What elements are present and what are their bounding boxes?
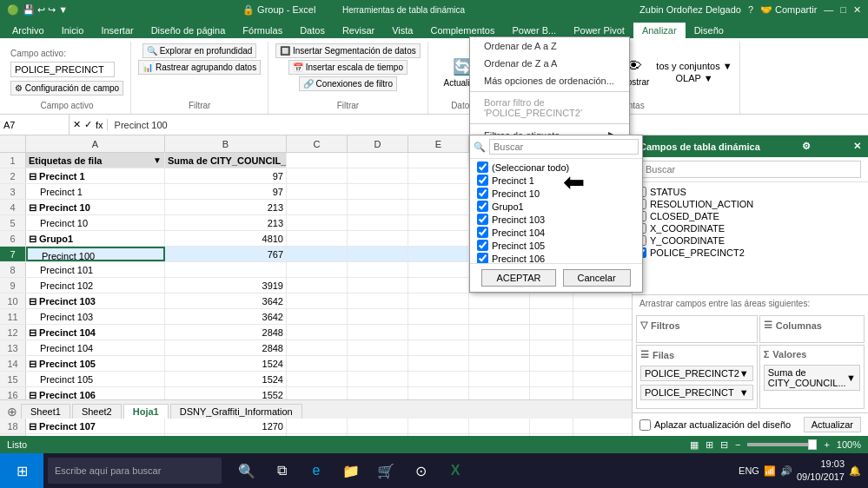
configuracion-campo-btn[interactable]: ⚙ Configuración de campo [10, 81, 123, 96]
zoom-out-icon[interactable]: − [735, 439, 740, 450]
taskbar-search[interactable]: Escribe aquí para buscar [48, 458, 222, 484]
filas-item-dropdown-police2[interactable]: ▼ [739, 368, 749, 379]
insert-function-icon[interactable]: fx [96, 120, 103, 130]
cell-c1[interactable] [287, 153, 348, 168]
help-icon[interactable]: ? [748, 4, 753, 16]
cell-a14[interactable]: ⊟ Precinct 105 [26, 356, 165, 371]
cell-c15[interactable] [287, 372, 348, 386]
cell-d13[interactable] [348, 340, 408, 355]
taskbar-store-icon[interactable]: 🛒 [372, 457, 400, 485]
cell-d8[interactable] [348, 262, 408, 277]
cell-b15[interactable]: 1524 [165, 372, 287, 386]
zoom-in-icon[interactable]: + [824, 439, 829, 450]
cell-e1[interactable] [408, 153, 469, 168]
cell-b6[interactable]: 4810 [165, 231, 287, 246]
view-pagebreak-icon[interactable]: ⊟ [720, 439, 728, 451]
cell-b19[interactable]: 1270 [165, 434, 287, 436]
filter-check-p1[interactable] [477, 175, 488, 186]
filter-check-p10[interactable] [477, 188, 488, 199]
aplazar-checkbox[interactable] [639, 419, 651, 431]
zoom-handle[interactable] [808, 439, 817, 450]
cell-f19[interactable] [469, 434, 530, 436]
conexiones-filtro-btn[interactable]: 🔗 Conexiones de filtro [299, 76, 397, 91]
tab-insertar[interactable]: Insertar [92, 23, 142, 38]
cell-e9[interactable] [408, 278, 469, 293]
minimize-btn[interactable]: — [824, 4, 833, 16]
cell-b9[interactable]: 3919 [165, 278, 287, 293]
filter-item-p10[interactable]: Precinct 10 [470, 187, 642, 200]
cell-c10[interactable] [287, 293, 348, 308]
filter-item-p105[interactable]: Precinct 105 [470, 239, 642, 252]
col-header-b[interactable]: B [165, 135, 287, 152]
cell-c19[interactable] [287, 434, 348, 436]
menu-sort-za[interactable]: Ordenar de Z a A [470, 55, 629, 72]
cell-b14[interactable]: 1524 [165, 356, 287, 371]
cell-e8[interactable] [408, 262, 469, 277]
filter-item-p1[interactable]: Precinct 1 [470, 174, 642, 187]
insertar-segmentacion-btn[interactable]: 🔲 Insertar Segmentación de datos [275, 43, 421, 58]
filter-item-p104[interactable]: Precinct 104 [470, 226, 642, 239]
tab-diseno[interactable]: Diseño [686, 23, 732, 38]
cell-e19[interactable] [408, 434, 469, 436]
cell-d3[interactable] [348, 184, 408, 199]
filter-cancel-btn[interactable]: Cancelar [563, 269, 631, 287]
zoom-slider[interactable] [747, 443, 817, 446]
filter-check-p106[interactable] [477, 253, 488, 263]
cell-g13[interactable] [530, 340, 573, 355]
view-normal-icon[interactable]: ▦ [690, 439, 699, 451]
cell-b10[interactable]: 3642 [165, 293, 287, 308]
right-panel-close-icon[interactable]: ✕ [853, 141, 861, 152]
start-button[interactable]: ⊞ [0, 453, 43, 488]
cell-c12[interactable] [287, 325, 348, 340]
cell-d6[interactable] [348, 231, 408, 246]
filas-item-police2[interactable]: POLICE_PRECINCT2 ▼ [640, 366, 753, 381]
cell-d10[interactable] [348, 293, 408, 308]
filas-item-dropdown-police[interactable]: ▼ [739, 387, 749, 398]
cell-a7[interactable]: Precinct 100 [26, 247, 165, 261]
menu-sort-az[interactable]: Ordenar de A a Z [470, 37, 629, 55]
cell-g18[interactable] [530, 419, 573, 433]
valores-item-suma[interactable]: Suma de CITY_COUNCIL... ▼ [764, 365, 860, 391]
taskbar-taskview-icon[interactable]: ⧉ [268, 457, 295, 485]
cell-f14[interactable] [469, 356, 530, 371]
cell-f10[interactable] [469, 293, 530, 308]
taskbar-chrome-icon[interactable]: ⊙ [407, 457, 434, 485]
tab-inicio[interactable]: Inicio [53, 23, 93, 38]
col-header-a[interactable]: A [26, 135, 165, 152]
cell-d11[interactable] [348, 309, 408, 324]
cell-c13[interactable] [287, 340, 348, 355]
field-search-input[interactable] [639, 161, 861, 178]
cell-b11[interactable]: 3642 [165, 309, 287, 324]
cell-c2[interactable] [287, 168, 348, 183]
cell-b4[interactable]: 213 [165, 200, 287, 214]
cell-b8[interactable] [165, 262, 287, 277]
cell-a13[interactable]: Precinct 104 [26, 340, 165, 355]
maximize-btn[interactable]: □ [840, 4, 846, 16]
cell-g11[interactable] [530, 309, 573, 324]
cell-d7[interactable] [348, 247, 408, 261]
cell-d14[interactable] [348, 356, 408, 371]
sheet-tab-hoja1[interactable]: Hoja1 [123, 404, 169, 419]
taskbar-cortana-icon[interactable]: 🔍 [233, 457, 261, 485]
cell-a1[interactable]: Etiquetas de fila ▼ [26, 153, 165, 168]
filter-item-p106[interactable]: Precinct 106 [470, 252, 642, 263]
rastrear-btn[interactable]: 📊 Rastrear agrupando datos [138, 60, 261, 75]
cell-c4[interactable] [287, 200, 348, 214]
cell-e2[interactable] [408, 168, 469, 183]
cell-g15[interactable] [530, 372, 573, 386]
filas-item-police[interactable]: POLICE_PRECINCT ▼ [640, 385, 753, 400]
cell-f12[interactable] [469, 325, 530, 340]
cell-g12[interactable] [530, 325, 573, 340]
cell-a8[interactable]: Precinct 101 [26, 262, 165, 277]
tab-diseno-pagina[interactable]: Diseño de página [142, 23, 235, 38]
cell-a19[interactable]: Precinct 107 [26, 434, 165, 436]
cell-g10[interactable] [530, 293, 573, 308]
name-box[interactable]: A7 [0, 115, 70, 135]
cell-d18[interactable] [348, 419, 408, 433]
cell-c6[interactable] [287, 231, 348, 246]
sheet-tab-sheet2[interactable]: Sheet2 [72, 404, 122, 419]
cell-a18[interactable]: ⊟ Precinct 107 [26, 419, 165, 433]
taskbar-edge-icon[interactable]: e [302, 457, 330, 485]
close-btn[interactable]: ✕ [853, 4, 861, 16]
cell-a4[interactable]: ⊟ Precinct 10 [26, 200, 165, 214]
